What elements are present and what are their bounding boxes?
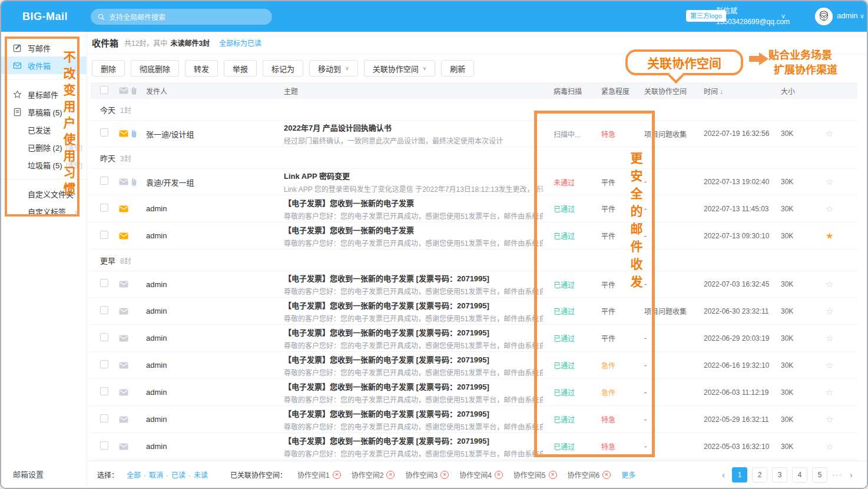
remove-tag-icon[interactable]: ✕ bbox=[602, 471, 611, 479]
collab-space-tag: 协作空间6✕ bbox=[568, 470, 611, 480]
email-row[interactable]: 张一迪/设计组 2022年7月 产品设计回执确认书 经过部门最终确认，一致同意此… bbox=[91, 120, 857, 147]
sender: admin bbox=[146, 307, 284, 315]
sidebar-item-label: 自定义文件夹 bbox=[28, 188, 74, 199]
email-row[interactable]: admin 【电子发票】您收到一张新的电子发票 尊敬的客户您好：您的电子发票已开… bbox=[91, 222, 857, 250]
email-row[interactable]: admin 【电子发票】您收到一张新的电子发票 [发票号码：2071995] 尊… bbox=[91, 352, 857, 379]
remove-tag-icon[interactable]: ✕ bbox=[386, 471, 395, 479]
star-icon[interactable]: ☆ bbox=[826, 441, 857, 452]
next-page-icon[interactable]: › bbox=[847, 470, 855, 480]
star-icon[interactable]: ☆ bbox=[826, 360, 857, 371]
prev-page-icon[interactable]: ‹ bbox=[720, 470, 727, 480]
urgency-level: 急件 bbox=[601, 387, 644, 397]
sender: admin bbox=[146, 442, 284, 451]
clear-link[interactable]: [清空] bbox=[66, 142, 82, 152]
star-icon[interactable]: ☆ bbox=[826, 177, 857, 187]
sidebar-item-starred[interactable]: 星标邮件 bbox=[1, 85, 87, 103]
email-row[interactable]: admin 【电子发票】您收到一张新的电子发票 [发票号码：2071995] 尊… bbox=[91, 406, 857, 433]
compose-icon bbox=[13, 44, 22, 52]
app-window: BIG-Mail 支持全局邮件搜索 第三方logo 彭信斌 1550342869… bbox=[0, 0, 868, 489]
page-button-5[interactable]: 5 bbox=[812, 467, 827, 483]
row-checkbox[interactable] bbox=[100, 333, 108, 341]
sidebar-item-custom-folder[interactable]: 自定义文件夹 bbox=[1, 185, 87, 202]
star-icon[interactable]: ★ bbox=[826, 231, 857, 241]
row-checkbox[interactable] bbox=[100, 387, 108, 395]
page-button-2[interactable]: 2 bbox=[752, 467, 767, 483]
star-icon bbox=[13, 90, 22, 99]
select-link[interactable]: 取消 bbox=[149, 471, 163, 480]
row-checkbox[interactable] bbox=[100, 441, 108, 450]
sender: admin bbox=[146, 280, 284, 289]
email-row[interactable]: 袁迪/开发一组 Link APP 密码变更 Link APP 您的登录密码发生了… bbox=[91, 168, 857, 195]
page-button-1[interactable]: 1 bbox=[732, 467, 747, 483]
sender: 张一迪/设计组 bbox=[146, 128, 284, 139]
toolbar-button-refresh[interactable]: 刷新 bbox=[441, 60, 474, 76]
row-checkbox[interactable] bbox=[100, 306, 108, 314]
row-checkbox[interactable] bbox=[100, 279, 108, 287]
global-search-input[interactable]: 支持全局邮件搜索 bbox=[91, 9, 272, 25]
select-link[interactable]: 已读 bbox=[171, 471, 185, 480]
avatar[interactable] bbox=[815, 8, 833, 25]
select-label: 选择： bbox=[97, 470, 118, 480]
select-link[interactable]: 全部 bbox=[127, 471, 141, 480]
star-icon[interactable]: ☆ bbox=[826, 279, 857, 290]
mail-count: 共12封，其中 bbox=[124, 38, 167, 48]
mailbox-settings-link[interactable]: 邮箱设置 bbox=[13, 468, 44, 480]
toolbar-button-move-to[interactable]: 移动到∨ bbox=[309, 60, 358, 76]
star-icon[interactable]: ☆ bbox=[826, 204, 857, 214]
star-icon[interactable]: ☆ bbox=[826, 387, 857, 398]
email-row[interactable]: admin 【电子发票】您收到一张新的电子发票 尊敬的客户您好：您的电子发票已开… bbox=[91, 195, 857, 222]
page-button-4[interactable]: 4 bbox=[792, 467, 807, 483]
select-link[interactable]: 未读 bbox=[194, 471, 208, 480]
col-time-sort[interactable]: 时间↓ bbox=[704, 86, 781, 96]
sidebar-item-deleted[interactable]: 已删除 (2)[清空] bbox=[1, 138, 87, 156]
remove-tag-icon[interactable]: ✕ bbox=[549, 471, 557, 479]
urgency-level: 平件 bbox=[601, 333, 644, 343]
user-info[interactable]: 彭信斌 15503428699@qq.com bbox=[716, 6, 790, 27]
select-all-checkbox[interactable] bbox=[100, 86, 108, 94]
email-row[interactable]: admin 【电子发票】您收到一张新的电子发票 [发票号码：2071995] 尊… bbox=[91, 433, 857, 460]
row-checkbox[interactable] bbox=[100, 360, 108, 368]
star-icon[interactable]: ☆ bbox=[826, 306, 857, 317]
chevron-down-icon[interactable]: ∨ bbox=[781, 12, 786, 20]
mail-time: 2022-07-13 19:02:40 bbox=[704, 178, 781, 186]
email-row[interactable]: admin 【电子发票】您收到一张新的电子发票 [发票号码：2071995] 尊… bbox=[91, 379, 857, 406]
email-row[interactable]: admin 【电子发票】您收到一张新的电子发票 [发票号码：2071995] 尊… bbox=[91, 271, 857, 298]
mark-all-read-link[interactable]: 全部标为已读 bbox=[219, 38, 261, 48]
remove-tag-icon[interactable]: ✕ bbox=[333, 471, 341, 479]
star-icon[interactable]: ☆ bbox=[826, 128, 857, 139]
sidebar-item-junk[interactable]: 垃圾箱 (5)[清空] bbox=[1, 156, 87, 174]
row-checkbox[interactable] bbox=[100, 414, 108, 423]
email-row[interactable]: admin 【电子发票】您收到一张新的电子发票 [发票号码：2071995] 尊… bbox=[91, 298, 857, 325]
toolbar-button-link-space[interactable]: 关联协作空间∨ bbox=[364, 60, 436, 76]
email-row[interactable]: admin 【电子发票】您收到一张新的电子发票 [发票号码：2071995] 尊… bbox=[91, 325, 857, 352]
remove-tag-icon[interactable]: ✕ bbox=[495, 471, 503, 479]
row-checkbox[interactable] bbox=[100, 128, 108, 137]
star-icon[interactable]: ☆ bbox=[826, 414, 857, 425]
sidebar-item-drafts[interactable]: 草稿箱 (5) bbox=[1, 103, 87, 121]
toolbar-button-delete-forever[interactable]: 彻底删除 bbox=[131, 60, 179, 76]
toolbar-button-report[interactable]: 举报 bbox=[224, 60, 257, 76]
row-checkbox[interactable] bbox=[100, 204, 108, 212]
urgency-level: 平件 bbox=[601, 177, 644, 187]
toolbar-button-delete[interactable]: 删除 bbox=[92, 60, 125, 76]
page-button-3[interactable]: 3 bbox=[772, 467, 787, 483]
chevron-down-icon[interactable]: ∨ bbox=[860, 12, 864, 20]
page-ellipsis[interactable]: ··· bbox=[832, 471, 843, 479]
row-checkbox[interactable] bbox=[100, 177, 108, 185]
clear-link[interactable]: [清空] bbox=[66, 160, 82, 169]
star-icon[interactable]: ☆ bbox=[826, 333, 857, 344]
sidebar-item-inbox[interactable]: 收件箱 bbox=[1, 56, 87, 74]
sidebar-item-custom-tag[interactable]: 自定义标签› bbox=[1, 202, 87, 220]
more-link[interactable]: 更多 bbox=[621, 470, 635, 480]
sidebar-item-compose[interactable]: 写邮件 bbox=[1, 39, 87, 56]
toolbar-button-mark-as[interactable]: 标记为 bbox=[263, 60, 303, 76]
link-separator: · bbox=[144, 471, 146, 480]
urgency-level: 急件 bbox=[601, 360, 644, 370]
row-checkbox[interactable] bbox=[100, 231, 108, 239]
sidebar-divider bbox=[1, 79, 87, 80]
toolbar-button-forward[interactable]: 转发 bbox=[185, 60, 218, 76]
remove-tag-icon[interactable]: ✕ bbox=[440, 471, 449, 479]
sidebar-item-sent[interactable]: 已发送 bbox=[1, 121, 87, 138]
urgency-level: 特急 bbox=[601, 414, 644, 424]
virus-status: 已通过 bbox=[554, 280, 601, 290]
